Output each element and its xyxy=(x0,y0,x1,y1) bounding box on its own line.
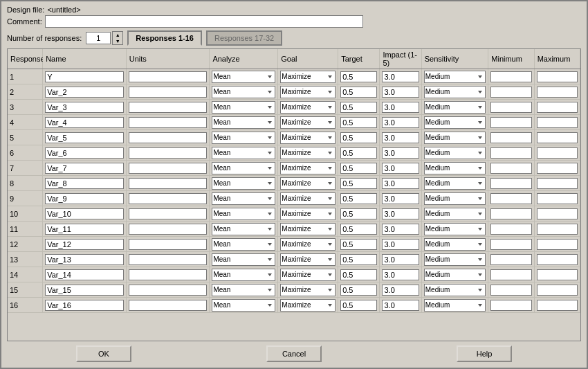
impact-input[interactable] xyxy=(382,117,419,128)
help-button[interactable]: Help xyxy=(457,345,512,362)
units-input[interactable] xyxy=(129,224,208,235)
sensitivity-select[interactable]: LowMediumHigh xyxy=(424,284,486,296)
impact-input[interactable] xyxy=(382,224,419,235)
impact-input[interactable] xyxy=(382,239,419,250)
goal-select[interactable]: MaximizeMinimizeTarget xyxy=(280,162,336,174)
analyze-select[interactable]: MeanStd DevMean+StdMean-Std xyxy=(212,162,275,174)
goal-select[interactable]: MaximizeMinimizeTarget xyxy=(280,269,336,281)
sensitivity-select[interactable]: LowMediumHigh xyxy=(424,238,486,251)
sensitivity-select[interactable]: LowMediumHigh xyxy=(424,71,486,83)
name-input[interactable] xyxy=(45,224,124,235)
sensitivity-select[interactable]: LowMediumHigh xyxy=(424,269,486,281)
goal-select[interactable]: MaximizeMinimizeTarget xyxy=(280,177,336,190)
analyze-select[interactable]: MeanStd DevMean+StdMean-Std xyxy=(212,238,275,251)
name-input[interactable] xyxy=(45,269,124,280)
impact-input[interactable] xyxy=(382,193,419,204)
goal-select[interactable]: MaximizeMinimizeTarget xyxy=(280,238,336,251)
goal-select[interactable]: MaximizeMinimizeTarget xyxy=(280,116,336,129)
target-input[interactable] xyxy=(340,300,377,311)
units-input[interactable] xyxy=(129,285,208,296)
goal-select[interactable]: MaximizeMinimizeTarget xyxy=(280,223,336,235)
units-input[interactable] xyxy=(129,87,208,98)
goal-select[interactable]: MaximizeMinimizeTarget xyxy=(280,284,336,296)
impact-input[interactable] xyxy=(382,102,419,113)
analyze-select[interactable]: MeanStd DevMean+StdMean-Std xyxy=(212,147,275,159)
analyze-select[interactable]: MeanStd DevMean+StdMean-Std xyxy=(212,299,275,312)
units-input[interactable] xyxy=(129,163,208,174)
minimum-input[interactable] xyxy=(490,117,531,128)
sensitivity-select[interactable]: LowMediumHigh xyxy=(424,162,486,174)
target-input[interactable] xyxy=(340,269,377,280)
goal-select[interactable]: MaximizeMinimizeTarget xyxy=(280,253,336,266)
maximum-input[interactable] xyxy=(537,71,578,82)
units-input[interactable] xyxy=(129,132,208,143)
goal-select[interactable]: MaximizeMinimizeTarget xyxy=(280,132,336,144)
impact-input[interactable] xyxy=(382,300,419,311)
name-input[interactable] xyxy=(45,71,124,82)
maximum-input[interactable] xyxy=(537,208,578,219)
target-input[interactable] xyxy=(340,102,377,113)
sensitivity-select[interactable]: LowMediumHigh xyxy=(424,192,486,205)
maximum-input[interactable] xyxy=(537,239,578,250)
name-input[interactable] xyxy=(45,147,124,159)
name-input[interactable] xyxy=(45,87,124,98)
maximum-input[interactable] xyxy=(537,193,578,204)
goal-select[interactable]: MaximizeMinimizeTarget xyxy=(280,192,336,205)
units-input[interactable] xyxy=(129,208,208,219)
target-input[interactable] xyxy=(340,208,377,219)
target-input[interactable] xyxy=(340,132,377,143)
impact-input[interactable] xyxy=(382,208,419,219)
analyze-select[interactable]: MeanStd DevMean+StdMean-Std xyxy=(212,86,275,98)
maximum-input[interactable] xyxy=(537,285,578,296)
maximum-input[interactable] xyxy=(537,132,578,143)
maximum-input[interactable] xyxy=(537,254,578,265)
minimum-input[interactable] xyxy=(490,300,531,311)
spinner-up-button[interactable]: ▲ xyxy=(113,32,122,38)
goal-select[interactable]: MaximizeMinimizeTarget xyxy=(280,86,336,98)
impact-input[interactable] xyxy=(382,163,419,174)
minimum-input[interactable] xyxy=(490,102,531,113)
sensitivity-select[interactable]: LowMediumHigh xyxy=(424,132,486,144)
minimum-input[interactable] xyxy=(490,193,531,204)
units-input[interactable] xyxy=(129,178,208,189)
name-input[interactable] xyxy=(45,254,124,265)
minimum-input[interactable] xyxy=(490,224,531,235)
tab-responses-17-32[interactable]: Responses 17-32 xyxy=(206,30,282,46)
maximum-input[interactable] xyxy=(537,163,578,174)
target-input[interactable] xyxy=(340,163,377,174)
impact-input[interactable] xyxy=(382,147,419,159)
minimum-input[interactable] xyxy=(490,71,531,82)
maximum-input[interactable] xyxy=(537,224,578,235)
minimum-input[interactable] xyxy=(490,239,531,250)
sensitivity-select[interactable]: LowMediumHigh xyxy=(424,177,486,190)
analyze-select[interactable]: MeanStd DevMean+StdMean-Std xyxy=(212,71,275,83)
ok-button[interactable]: OK xyxy=(76,345,131,362)
maximum-input[interactable] xyxy=(537,102,578,113)
analyze-select[interactable]: MeanStd DevMean+StdMean-Std xyxy=(212,132,275,144)
name-input[interactable] xyxy=(45,193,124,204)
analyze-select[interactable]: MeanStd DevMean+StdMean-Std xyxy=(212,269,275,281)
maximum-input[interactable] xyxy=(537,178,578,189)
analyze-select[interactable]: MeanStd DevMean+StdMean-Std xyxy=(212,208,275,220)
goal-select[interactable]: MaximizeMinimizeTarget xyxy=(280,208,336,220)
cancel-button[interactable]: Cancel xyxy=(266,345,322,362)
maximum-input[interactable] xyxy=(537,147,578,159)
maximum-input[interactable] xyxy=(537,300,578,311)
target-input[interactable] xyxy=(340,178,377,189)
impact-input[interactable] xyxy=(382,132,419,143)
goal-select[interactable]: MaximizeMinimizeTarget xyxy=(280,299,336,312)
minimum-input[interactable] xyxy=(490,254,531,265)
target-input[interactable] xyxy=(340,147,377,159)
target-input[interactable] xyxy=(340,71,377,82)
name-input[interactable] xyxy=(45,117,124,128)
goal-select[interactable]: MaximizeMinimizeTarget xyxy=(280,147,336,159)
num-responses-input[interactable] xyxy=(86,32,111,44)
analyze-select[interactable]: MeanStd DevMean+StdMean-Std xyxy=(212,177,275,190)
target-input[interactable] xyxy=(340,239,377,250)
units-input[interactable] xyxy=(129,147,208,159)
sensitivity-select[interactable]: LowMediumHigh xyxy=(424,253,486,266)
minimum-input[interactable] xyxy=(490,269,531,280)
maximum-input[interactable] xyxy=(537,87,578,98)
units-input[interactable] xyxy=(129,193,208,204)
units-input[interactable] xyxy=(129,102,208,113)
